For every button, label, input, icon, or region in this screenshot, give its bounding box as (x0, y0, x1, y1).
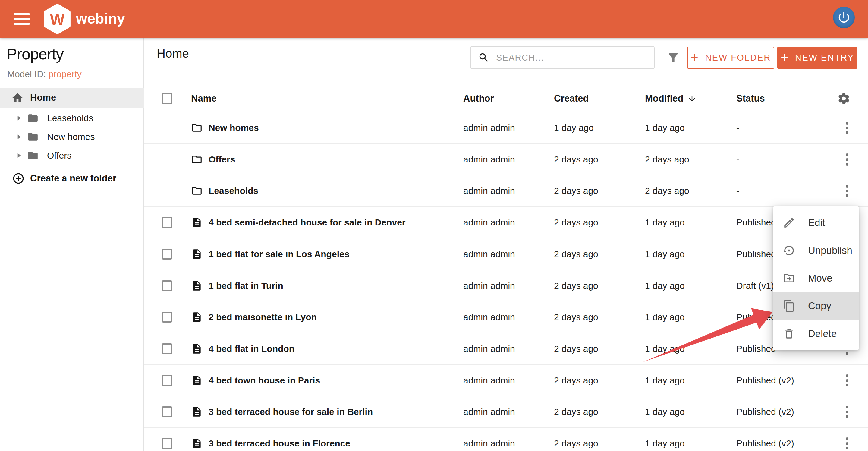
unpublish-icon (783, 244, 795, 257)
search-icon (478, 52, 490, 63)
folder-icon (191, 154, 203, 165)
row-checkbox[interactable] (161, 343, 173, 354)
row-checkbox[interactable] (161, 280, 173, 291)
plus-icon: + (781, 50, 789, 65)
row-actions-kebab-icon[interactable] (841, 121, 853, 134)
context-menu-item-move[interactable]: Move (773, 264, 859, 292)
table-row-folder[interactable]: New homesadmin admin1 day ago1 day ago- (144, 112, 868, 144)
webiny-logo-icon[interactable]: W (43, 4, 72, 34)
row-actions-kebab-icon[interactable] (841, 374, 853, 387)
row-name[interactable]: Leaseholds (209, 175, 258, 206)
context-menu-item-unpublish[interactable]: Unpublish (773, 237, 859, 264)
row-author: admin admin (463, 396, 515, 427)
row-checkbox[interactable] (161, 312, 173, 323)
column-header-created[interactable]: Created (554, 84, 589, 113)
column-header-status[interactable]: Status (736, 84, 765, 113)
row-modified: 2 days ago (645, 144, 689, 175)
modified-label: Modified (645, 93, 683, 104)
row-author: admin admin (463, 270, 515, 301)
row-modified: 1 day ago (645, 112, 685, 143)
search-input[interactable] (496, 53, 653, 63)
context-menu-item-copy[interactable]: Copy (773, 292, 859, 320)
model-id-value[interactable]: property (49, 69, 82, 79)
row-status: - (736, 175, 739, 206)
folder-icon (191, 185, 203, 197)
row-name[interactable]: 3 bed terraced house in Florence (209, 428, 350, 451)
row-actions-kebab-icon[interactable] (841, 405, 853, 418)
table-row-entry[interactable]: 2 bed maisonette in Lyonadmin admin2 day… (144, 301, 868, 333)
row-created: 2 days ago (554, 238, 598, 270)
table-row-entry[interactable]: 1 bed flat in Turinadmin admin2 days ago… (144, 270, 868, 302)
row-name[interactable]: 3 bed terraced house for sale in Berlin (209, 396, 373, 427)
row-created: 2 days ago (554, 144, 598, 175)
hamburger-menu-icon[interactable] (14, 13, 30, 25)
context-menu-item-delete[interactable]: Delete (773, 320, 859, 348)
select-all-checkbox[interactable] (161, 93, 173, 104)
row-name[interactable]: 2 bed maisonette in Lyon (209, 301, 317, 333)
column-header-name[interactable]: Name (191, 84, 216, 113)
sidebar-folder-item[interactable]: Offers (0, 146, 144, 165)
model-id-label: Model ID: (7, 69, 46, 79)
row-created: 2 days ago (554, 396, 598, 427)
move-icon (783, 272, 795, 284)
row-name[interactable]: 4 bed flat in London (209, 333, 294, 364)
create-folder-button[interactable]: Create a new folder (0, 169, 144, 188)
table-row-entry[interactable]: 3 bed terraced house in Florenceadmin ad… (144, 428, 868, 451)
row-author: admin admin (463, 207, 515, 238)
sidebar-folder-item[interactable]: Leaseholds (0, 109, 144, 127)
create-folder-label: Create a new folder (30, 173, 116, 184)
table-row-entry[interactable]: 3 bed terraced house for sale in Berlina… (144, 396, 868, 428)
column-header-modified[interactable]: Modified (645, 84, 696, 113)
row-created: 2 days ago (554, 333, 598, 364)
table-row-entry[interactable]: 4 bed flat in Londonadmin admin2 days ag… (144, 333, 868, 365)
table-row-folder[interactable]: Leaseholdsadmin admin2 days ago2 days ag… (144, 175, 868, 207)
row-actions-kebab-icon[interactable] (841, 184, 853, 198)
caret-right-icon[interactable] (15, 152, 23, 159)
folder-icon (191, 122, 203, 133)
sort-descending-icon (687, 94, 696, 103)
table-row-entry[interactable]: 4 bed town house in Parisadmin admin2 da… (144, 365, 868, 396)
row-actions-kebab-icon[interactable] (841, 153, 853, 166)
row-name[interactable]: 4 bed semi-detached house for sale in De… (209, 207, 406, 238)
sidebar-folder-label: New homes (47, 132, 95, 142)
sidebar: Property Model ID: property Home Leaseho… (0, 38, 144, 451)
column-header-author[interactable]: Author (463, 84, 494, 113)
caret-right-icon[interactable] (15, 114, 23, 122)
row-checkbox[interactable] (161, 375, 173, 386)
row-checkbox[interactable] (161, 249, 173, 260)
row-name[interactable]: 1 bed flat in Turin (209, 270, 283, 301)
row-name[interactable]: Offers (209, 144, 235, 175)
home-icon (11, 92, 24, 104)
row-status: Published (736, 207, 776, 238)
row-author: admin admin (463, 333, 515, 364)
table-row-entry[interactable]: 1 bed flat for sale in Los Angelesadmin … (144, 238, 868, 270)
row-checkbox[interactable] (161, 217, 173, 228)
row-checkbox[interactable] (161, 438, 173, 449)
row-author: admin admin (463, 175, 515, 206)
power-icon (837, 10, 851, 24)
table-row-entry[interactable]: 4 bed semi-detached house for sale in De… (144, 207, 868, 238)
filter-icon[interactable] (667, 51, 680, 64)
context-menu-item-edit[interactable]: Edit (773, 209, 859, 237)
table-settings-gear-icon[interactable] (837, 92, 850, 105)
row-status: Published (v2) (736, 365, 794, 396)
row-status: Published (736, 333, 776, 364)
row-checkbox[interactable] (161, 407, 173, 417)
row-status: Published (v2) (736, 428, 794, 451)
row-name[interactable]: 4 bed town house in Paris (209, 365, 320, 396)
row-status: - (736, 144, 739, 175)
row-created: 1 day ago (554, 112, 594, 143)
new-folder-button[interactable]: + NEW FOLDER (687, 47, 774, 69)
caret-right-icon[interactable] (15, 133, 23, 141)
user-avatar[interactable] (833, 7, 855, 28)
sidebar-folder-item[interactable]: New homes (0, 127, 144, 146)
table-header: Name Author Created Modified Status (144, 84, 868, 112)
row-name[interactable]: 1 bed flat for sale in Los Angeles (209, 238, 349, 270)
row-actions-kebab-icon[interactable] (841, 437, 853, 450)
new-entry-button[interactable]: + NEW ENTRY (777, 47, 858, 69)
table-row-folder[interactable]: Offersadmin admin2 days ago2 days ago- (144, 144, 868, 176)
row-author: admin admin (463, 365, 515, 396)
row-name[interactable]: New homes (209, 112, 259, 143)
content-area: Home + NEW FOLDER + NEW ENTRY Name Autho… (144, 38, 868, 451)
sidebar-item-home[interactable]: Home (0, 88, 144, 108)
